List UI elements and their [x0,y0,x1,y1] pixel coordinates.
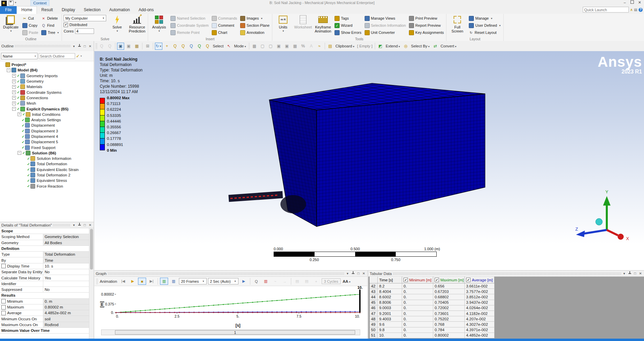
rotate-button[interactable]: ↻▼ [155,43,162,50]
select-faces-button[interactable]: ▢ [267,43,274,50]
tree-item[interactable]: ✓Solution Information [0,156,94,161]
column-checkbox[interactable]: ✔ [435,278,439,282]
data-cell[interactable]: 9.8 [378,327,402,333]
data-cell[interactable]: 0. [402,316,433,322]
expand-icon[interactable]: + [12,90,16,94]
filter-check-icon[interactable]: ✓ [76,54,79,59]
data-cell[interactable]: 4.207e-002 [465,316,495,322]
report-preview-button[interactable]: Report Preview [408,22,444,29]
data-cell[interactable]: 3.8512e-002 [465,294,495,300]
data-cell[interactable]: 3.6611e-002 [465,283,495,289]
row-number-cell[interactable]: 51 [370,333,378,338]
x-axis-label[interactable]: X [626,236,629,241]
tab-display[interactable]: Display [57,6,79,14]
select-by-icon[interactable]: ◎ [402,43,409,50]
minimize-button[interactable]: – [621,0,628,5]
column-header-rownum[interactable] [370,277,378,283]
delete-button[interactable]: ✕Delete [41,15,60,22]
animation-label[interactable]: Animation [99,279,118,283]
tree-item[interactable]: ✓Fixed Support [0,145,94,150]
select-vertices-button[interactable]: ▩ [251,43,258,50]
data-cell[interactable]: 3.9437e-002 [465,300,495,305]
data-cell[interactable]: 0.72002 [433,305,465,311]
tree-item[interactable]: Project* [0,62,94,67]
annotation-button[interactable]: Annotation [239,29,270,36]
unit-converter-button[interactable]: Unit Converter [364,29,407,36]
images-button[interactable]: Images▼ [239,15,270,22]
tabular-menu-caret[interactable]: ▾ [622,272,626,275]
frames-select[interactable]: 20 Frames▼ [179,278,207,284]
graph-maximize-icon[interactable]: □ [356,272,361,275]
last-frame-button[interactable]: ▶| [147,278,156,285]
table-row[interactable]: 458.80060.0.704053.9437e-002 [370,300,644,305]
graph-toolbar-grip[interactable] [96,278,98,284]
details-maximize-icon[interactable]: □ [83,223,87,227]
play-button[interactable]: ▶ [129,278,137,285]
select-bodies-button[interactable]: ▣ [275,43,282,50]
row-number-cell[interactable]: 44 [370,294,378,300]
data-cell[interactable]: 0. [402,289,433,294]
data-cell[interactable]: 0.68802 [433,294,465,300]
details-close-icon[interactable]: ✕ [88,223,92,227]
data-cell[interactable]: 0. [402,327,433,333]
viewports-button[interactable]: ⊞ [144,43,151,50]
search-outline-input[interactable] [39,53,75,59]
tab-automation[interactable]: Automation [105,6,134,14]
tree-filter-select[interactable]: Name▾ [1,53,38,59]
row-number-cell[interactable]: 45 [370,300,378,305]
tree-item[interactable]: ✓Equivalent Stress [0,178,94,183]
manage-views-button[interactable]: Manage Views [364,15,407,22]
analysis-button[interactable]: Analysis▼ [150,15,168,33]
collapse-icon[interactable]: − [12,107,16,111]
show-mesh-button[interactable]: ▦ [133,43,140,50]
stop-button[interactable]: ■ [138,278,146,285]
shaded-exterior-button[interactable]: ▣ [117,43,124,50]
mini-chart-button[interactable]: ≈ [316,43,323,50]
column-header-average[interactable]: ✔Average [m] [465,277,495,283]
iso-ball[interactable] [596,218,602,225]
outline-maximize-icon[interactable]: □ [83,44,87,48]
solve-target-select[interactable]: My Computer▼ [64,15,106,21]
expand-icon[interactable]: + [12,96,16,100]
data-cell[interactable]: 0. [402,300,433,305]
data-cell[interactable]: 0.70405 [433,300,465,305]
zoom-box-button[interactable]: Q [180,43,187,50]
solve-button[interactable]: Solve▼ [108,15,126,33]
column-checkbox[interactable]: ✔ [466,278,470,282]
tree-item[interactable]: ✓Force Reaction [0,184,94,189]
key-assignments-button[interactable]: Key Assignments [408,29,444,36]
duplicate-button[interactable]: Duplicate▼ [2,15,20,33]
save-icon[interactable] [9,1,14,5]
table-row[interactable]: 448.60020.0.688023.8512e-002 [370,294,644,300]
details-scrollbar[interactable] [89,228,94,339]
tree-item[interactable]: +✓Mesh [0,101,94,106]
row-number-cell[interactable]: 49 [370,322,378,327]
tabular-pin-icon[interactable] [627,271,632,276]
data-cell[interactable]: 0.73601 [433,311,465,316]
worksheet-button[interactable]: Worksheet [294,15,312,29]
tree-item[interactable]: +✓Materials [0,84,94,89]
details-value[interactable]: No [43,269,89,275]
column-header-maximum[interactable]: ✔Maximum [m] [433,277,465,283]
details-menu-caret[interactable]: ▾ [72,223,76,227]
tabular-maximize-icon[interactable]: □ [633,272,637,275]
context-tab[interactable]: Context [30,0,49,6]
tree-item[interactable]: ✓Displacement 3 [0,128,94,134]
help-icon[interactable]: ? [639,8,643,12]
comment-button[interactable]: Comment [211,22,238,29]
zoom-button[interactable]: Q [171,43,179,50]
first-frame-button[interactable]: |◀ [119,278,127,285]
data-cell[interactable]: 10. [378,333,402,338]
extend-icon[interactable]: ◩ [377,43,384,50]
duration-select[interactable]: 2 Sec (Auto)▼ [208,278,238,284]
collapse-icon[interactable]: − [18,151,21,155]
cores-input[interactable] [75,28,94,34]
table-row[interactable]: 469.00030.0.720024.0264e-002 [370,305,644,311]
user-defined-button[interactable]: User Defined▼ [468,22,502,29]
minimize-ribbon-icon[interactable]: ∧ [630,8,632,12]
notes-icon[interactable]: ▤ [634,8,637,12]
tree-item[interactable]: ✓Displacement 4 [0,134,94,139]
details-value[interactable] [43,281,89,286]
column-checkbox[interactable]: ✔ [404,278,408,282]
wizard-button[interactable]: ✓Wizard [334,22,362,29]
